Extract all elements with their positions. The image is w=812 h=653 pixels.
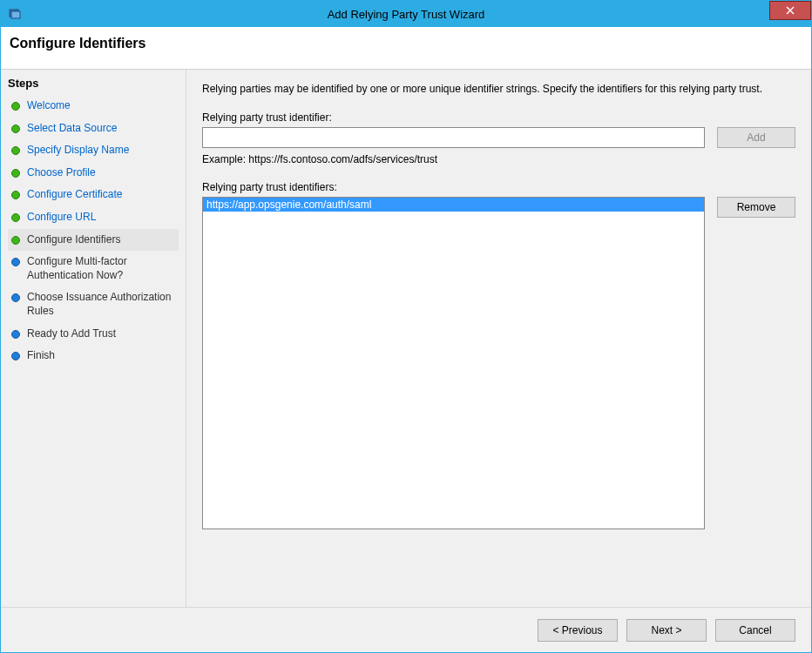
svg-rect-1 xyxy=(11,11,20,18)
steps-header: Steps xyxy=(8,75,179,95)
step-label: Ready to Add Trust xyxy=(27,327,116,341)
instruction-text: Relying parties may be identified by one… xyxy=(202,82,795,96)
wizard-window: Add Relying Party Trust Wizard Configure… xyxy=(0,0,812,653)
circle-icon xyxy=(11,330,20,339)
circle-icon xyxy=(11,258,20,266)
identifiers-list-row: https://app.opsgenie.com/auth/saml Remov… xyxy=(202,197,795,529)
next-button[interactable]: Next > xyxy=(626,619,707,642)
circle-icon xyxy=(11,146,20,155)
circle-icon xyxy=(11,352,20,360)
step-finish[interactable]: Finish xyxy=(8,345,179,367)
circle-icon xyxy=(11,213,20,222)
step-welcome[interactable]: Welcome xyxy=(8,95,179,118)
main-panel: Relying parties may be identified by one… xyxy=(186,70,811,607)
step-label: Choose Issuance Authorization Rules xyxy=(27,291,175,318)
previous-button[interactable]: < Previous xyxy=(538,619,618,642)
step-label: Welcome xyxy=(27,99,71,113)
step-choose-issuance[interactable]: Choose Issuance Authorization Rules xyxy=(8,286,179,322)
circle-icon xyxy=(11,169,20,178)
step-choose-profile[interactable]: Choose Profile xyxy=(8,162,179,185)
cancel-button[interactable]: Cancel xyxy=(715,619,795,642)
step-configure-certificate[interactable]: Configure Certificate xyxy=(8,184,179,206)
add-button[interactable]: Add xyxy=(717,127,795,148)
close-button[interactable] xyxy=(769,1,811,20)
circle-icon xyxy=(11,102,20,111)
step-ready-to-add[interactable]: Ready to Add Trust xyxy=(8,323,179,346)
list-item[interactable]: https://app.opsgenie.com/auth/saml xyxy=(203,198,704,212)
remove-button[interactable]: Remove xyxy=(717,197,795,218)
step-label: Choose Profile xyxy=(27,166,96,180)
steps-sidebar: Steps Welcome Select Data Source Specify… xyxy=(1,70,186,607)
identifier-input-row: Add xyxy=(202,127,795,148)
step-label: Finish xyxy=(27,349,55,363)
window-title: Add Relying Party Trust Wizard xyxy=(1,8,811,21)
page-title: Configure Identifiers xyxy=(10,36,802,51)
step-configure-mfa[interactable]: Configure Multi-factor Authentication No… xyxy=(8,251,179,286)
close-icon xyxy=(786,6,795,15)
page-header: Configure Identifiers xyxy=(1,27,811,69)
step-select-data-source[interactable]: Select Data Source xyxy=(8,118,179,140)
circle-icon xyxy=(11,293,20,302)
identifiers-listbox[interactable]: https://app.opsgenie.com/auth/saml xyxy=(202,197,705,529)
step-label: Specify Display Name xyxy=(27,144,129,158)
titlebar: Add Relying Party Trust Wizard xyxy=(1,1,811,27)
step-configure-identifiers[interactable]: Configure Identifiers xyxy=(8,229,179,252)
identifiers-list-label: Relying party trust identifiers: xyxy=(202,181,795,193)
step-configure-url[interactable]: Configure URL xyxy=(8,206,179,229)
step-label: Configure URL xyxy=(27,211,96,225)
step-label: Configure Multi-factor Authentication No… xyxy=(27,255,175,282)
example-text: Example: https://fs.contoso.com/adfs/ser… xyxy=(202,153,795,165)
content-area: Steps Welcome Select Data Source Specify… xyxy=(1,69,811,607)
circle-icon xyxy=(11,236,20,245)
step-specify-display-name[interactable]: Specify Display Name xyxy=(8,139,179,162)
identifier-label: Relying party trust identifier: xyxy=(202,111,795,124)
wizard-footer: < Previous Next > Cancel xyxy=(1,607,811,652)
circle-icon xyxy=(11,125,20,133)
identifier-input[interactable] xyxy=(202,127,705,148)
app-icon xyxy=(8,7,22,21)
step-label: Configure Certificate xyxy=(27,188,122,202)
step-label: Select Data Source xyxy=(27,122,117,136)
step-label: Configure Identifiers xyxy=(27,233,120,247)
circle-icon xyxy=(11,191,20,199)
